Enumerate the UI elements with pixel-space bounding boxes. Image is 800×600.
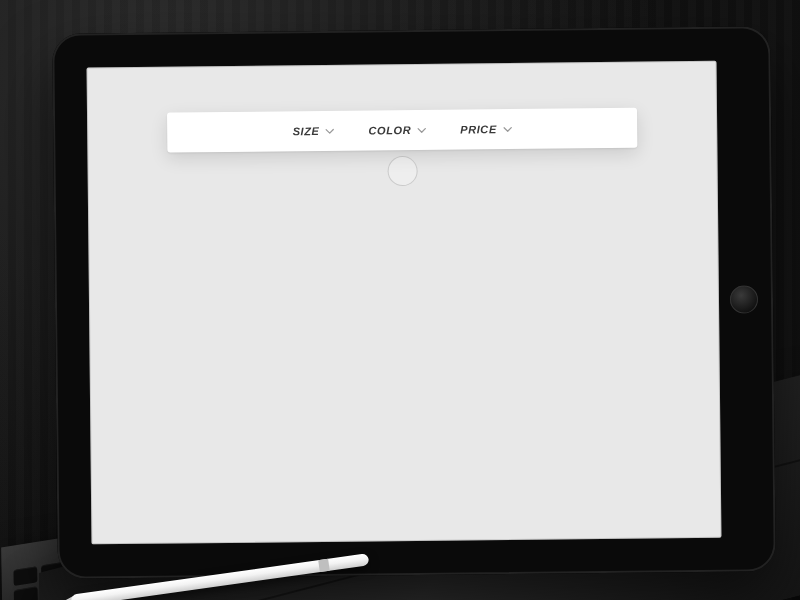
filter-price[interactable]: PRICE bbox=[460, 123, 512, 136]
filter-bar: SIZE COLOR PRICE bbox=[167, 108, 637, 153]
touch-ripple bbox=[387, 156, 417, 186]
filter-size-label: SIZE bbox=[293, 125, 320, 137]
tablet-screen: SIZE COLOR PRICE bbox=[87, 61, 722, 545]
tablet-device: SIZE COLOR PRICE bbox=[52, 26, 776, 578]
stylus-band bbox=[318, 559, 330, 572]
chevron-down-icon bbox=[417, 125, 426, 134]
filter-color-label: COLOR bbox=[368, 124, 411, 136]
filter-price-label: PRICE bbox=[460, 123, 497, 135]
chevron-down-icon bbox=[325, 126, 334, 135]
chevron-down-icon bbox=[503, 124, 512, 133]
filter-size[interactable]: SIZE bbox=[293, 125, 335, 137]
filter-color[interactable]: COLOR bbox=[368, 124, 426, 137]
home-button[interactable] bbox=[730, 285, 758, 313]
